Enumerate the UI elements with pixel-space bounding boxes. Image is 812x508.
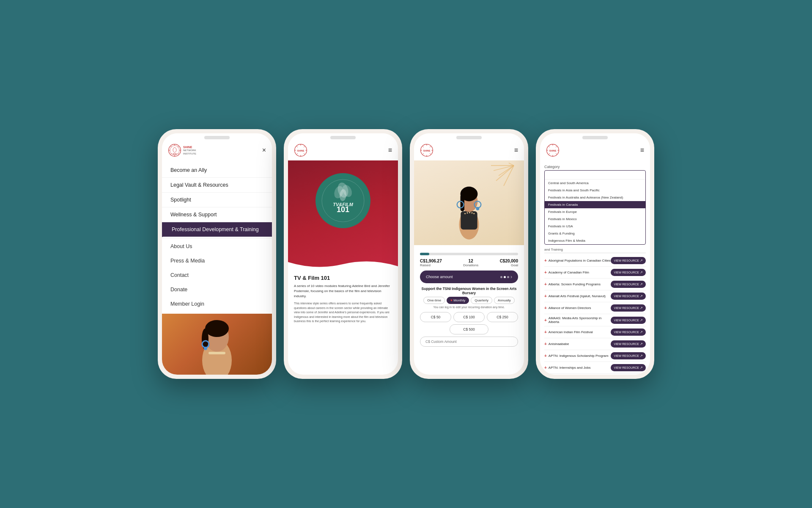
phone-2: SHINE ≡ TV&FILM	[284, 129, 402, 379]
dropdown-option-2[interactable]: Festivals in Australia and Aotearoa (New…	[545, 194, 645, 201]
external-link-icon-1: ↗	[640, 271, 643, 274]
external-link-icon-2: ↗	[640, 282, 643, 286]
svg-line-74	[549, 146, 549, 147]
phone2-logo: SHINE	[294, 144, 307, 157]
resource-plus-4: +	[544, 306, 547, 310]
svg-line-70	[556, 153, 557, 154]
svg-point-59	[476, 207, 480, 210]
svg-point-17	[204, 347, 207, 350]
resource-section-header: and Training	[544, 246, 646, 253]
dropdown-option-3[interactable]: Festivals in Canada	[545, 201, 645, 208]
external-link-icon-3: ↗	[640, 294, 643, 298]
phone2-topbar: SHINE ≡	[288, 139, 398, 160]
svg-text:SHINE: SHINE	[173, 153, 177, 155]
amount-250[interactable]: C$ 250	[487, 312, 518, 322]
nav-item-legal-vault[interactable]: Legal Vault & Resources	[162, 178, 272, 193]
resource-name-6: + American Indian Film Festival	[544, 330, 611, 334]
view-resource-btn-1[interactable]: VIEW RESOURCE ↗	[611, 269, 646, 276]
phone2-hamburger[interactable]: ≡	[388, 146, 392, 154]
choose-amount-button[interactable]: Choose amount ›	[420, 271, 518, 283]
view-resource-btn-7[interactable]: VIEW RESOURCE ↗	[611, 340, 646, 348]
resource-name-3: + Alianait Arts Festival (Iqaluit, Nunav…	[544, 294, 611, 298]
tv-film-description: A series of 10 video modules featuring A…	[294, 284, 392, 299]
resource-name-1: + Academy of Canadian Film	[544, 270, 611, 275]
raised-label: Raised	[420, 263, 431, 267]
nav-item-press[interactable]: Press & Media	[162, 254, 272, 268]
nav-item-donate[interactable]: Donate	[162, 282, 272, 297]
dropdown-option-0[interactable]: Central and South America	[545, 179, 645, 187]
resource-plus-1: +	[544, 270, 547, 275]
nav-item-about[interactable]: About Us	[162, 239, 272, 254]
frequency-buttons: One-time ♥ Monthly Quarterly Annually	[420, 297, 518, 304]
svg-rect-54	[461, 211, 477, 229]
dropdown-option-5[interactable]: Festivals in Mexico	[545, 215, 645, 223]
resource-row-8: + APTN: Indigenous Scholarship Program V…	[544, 350, 646, 362]
nav-item-become-ally[interactable]: Become an Ally	[162, 163, 272, 178]
resource-plus-6: +	[544, 330, 547, 334]
phone4-resources-content: Category Central and South America Festi…	[540, 160, 650, 375]
phone3-hamburger[interactable]: ≡	[514, 146, 518, 154]
resource-row-1: + Academy of Canadian Film VIEW RESOURCE…	[544, 267, 646, 279]
dropdown-option-8[interactable]: Indigenous Film & Media	[545, 237, 645, 244]
nav-item-member-login[interactable]: Member Login	[162, 297, 272, 311]
progress-bar-bg	[420, 253, 518, 255]
resource-plus-7: +	[544, 342, 547, 346]
view-resource-btn-5[interactable]: VIEW RESOURCE ↗	[611, 317, 646, 324]
login-hint: You can log in to edit your recurring do…	[420, 306, 518, 309]
nav-item-professional-dev[interactable]: Professional Development & Training	[162, 222, 272, 237]
close-icon[interactable]: ×	[262, 146, 266, 154]
freq-quarterly[interactable]: Quarterly	[471, 297, 492, 304]
svg-point-14	[205, 320, 229, 337]
dot-1	[500, 276, 502, 278]
svg-point-10	[173, 148, 176, 152]
amount-50[interactable]: C$ 50	[420, 312, 451, 322]
freq-annually[interactable]: Annually	[494, 297, 515, 304]
svg-point-62	[467, 212, 468, 213]
freq-monthly[interactable]: ♥ Monthly	[447, 297, 469, 304]
dot-2	[504, 276, 506, 278]
amount-500[interactable]: C$ 500	[450, 324, 489, 334]
external-link-icon-9: ↗	[640, 366, 643, 370]
freq-one-time[interactable]: One-time	[423, 297, 445, 304]
view-resource-btn-4[interactable]: VIEW RESOURCE ↗	[611, 304, 646, 312]
phone3-hero-image	[414, 160, 524, 245]
view-resource-btn-0[interactable]: VIEW RESOURCE ↗	[611, 257, 646, 264]
custom-amount-input[interactable]	[420, 337, 518, 347]
dropdown-option-6[interactable]: Festivals in USA	[545, 223, 645, 230]
resource-row-9: + APTN: Internships and Jobs VIEW RESOUR…	[544, 362, 646, 374]
choose-amount-label: Choose amount	[426, 275, 453, 279]
nav-item-wellness[interactable]: Wellness & Support	[162, 207, 272, 222]
svg-point-65	[473, 213, 475, 214]
resource-row-5: + AMAAS: Media Arts Sponsorship in Alber…	[544, 314, 646, 326]
svg-point-63	[469, 212, 470, 213]
nav-item-spotlight[interactable]: Spotlight	[162, 193, 272, 207]
resource-plus-3: +	[544, 294, 547, 298]
view-resource-btn-3[interactable]: VIEW RESOURCE ↗	[611, 293, 646, 300]
dropdown-option-4[interactable]: Festivals in Europe	[545, 208, 645, 215]
external-link-icon-8: ↗	[640, 354, 643, 358]
svg-point-61	[464, 213, 466, 214]
amount-100[interactable]: C$ 100	[453, 312, 485, 322]
dropdown-option-7[interactable]: Grants & Funding	[545, 230, 645, 237]
view-resource-btn-6[interactable]: VIEW RESOURCE ↗	[611, 329, 646, 336]
phone4-hamburger[interactable]: ≡	[640, 146, 644, 154]
donations-label: Donations	[463, 263, 478, 267]
resource-name-7: + Anisinaababe	[544, 342, 611, 346]
svg-line-21	[304, 146, 304, 147]
external-link-icon-6: ↗	[640, 330, 643, 334]
view-resource-btn-9[interactable]: VIEW RESOURCE ↗	[611, 364, 646, 371]
resource-plus-5: +	[544, 318, 547, 323]
dropdown-option-1[interactable]: Festivals in Asia and South Pacific	[545, 187, 645, 194]
external-link-icon-5: ↗	[640, 318, 643, 322]
dot-3	[507, 276, 509, 278]
resource-row-7: + Anisinaababe VIEW RESOURCE ↗	[544, 338, 646, 350]
category-dropdown-open[interactable]: Central and South America Festivals in A…	[544, 170, 646, 245]
resource-name-0: + Aboriginal Populations in Canadian Cit…	[544, 258, 611, 263]
view-resource-btn-2[interactable]: VIEW RESOURCE ↗	[611, 281, 646, 288]
resource-name-5: + AMAAS: Media Arts Sponsorship in Alber…	[544, 316, 611, 324]
view-resource-btn-8[interactable]: VIEW RESOURCE ↗	[611, 352, 646, 359]
external-link-icon-7: ↗	[640, 342, 643, 346]
nav-item-contact[interactable]: Contact	[162, 268, 272, 282]
svg-line-72	[549, 153, 549, 154]
category-search-input[interactable]	[545, 172, 645, 179]
